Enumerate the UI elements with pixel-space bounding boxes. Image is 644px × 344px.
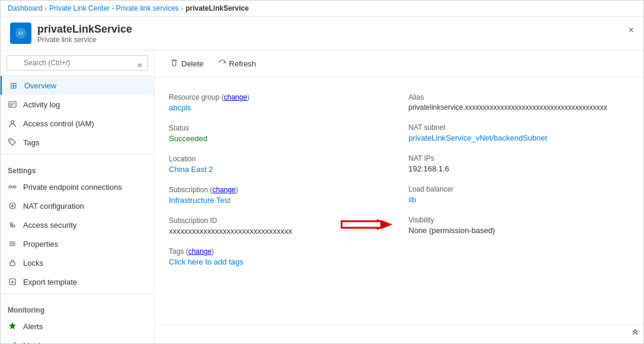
tags-add-link[interactable]: Click here to add tags [169,257,390,266]
breadcrumb-private-link-center[interactable]: Private Link Center - Private link servi… [49,4,179,12]
sidebar-item-locks[interactable]: Locks [1,253,154,272]
refresh-icon [218,59,226,69]
breadcrumb-dashboard[interactable]: Dashboard [8,4,43,12]
delete-button[interactable]: Delete [164,55,210,72]
alerts-icon [8,321,17,331]
sidebar-search-wrap: « [7,55,148,71]
alias-label: Alias [409,93,620,101]
monitoring-section-label: Monitoring [1,297,154,317]
sidebar-item-alerts[interactable]: Alerts [1,317,154,336]
search-input[interactable] [7,55,148,71]
sidebar-item-private-endpoint-label: Private endpoint connections [23,183,122,192]
visibility-value: None (permission-based) [409,226,620,235]
private-endpoint-icon [8,182,17,192]
sidebar-item-metrics-label: Metrics [23,341,48,344]
sidebar-item-tags-label: Tags [23,138,39,147]
status-label: Status [169,124,390,132]
nat-subnet-value: privateLinkService_vNet/backendSubnet [409,133,620,142]
svg-point-7 [10,140,11,141]
sidebar-item-export-template[interactable]: Export template [1,272,154,291]
sidebar-item-activity-log-label: Activity log [23,100,60,109]
properties-icon [8,239,17,249]
refresh-label: Refresh [229,59,257,68]
red-arrow-annotation [338,216,397,235]
sidebar-item-access-control[interactable]: Access control (IAM) [1,114,154,133]
breadcrumb-sep-2: › [181,5,183,12]
toolbar: Delete Refresh [155,50,643,78]
sidebar: « ⊞ Overview Activity log [1,50,155,343]
close-button[interactable]: × [626,23,636,38]
svg-point-6 [11,121,14,124]
status-value: Succeeded [169,134,390,143]
refresh-button[interactable]: Refresh [212,55,262,72]
tags-icon [8,138,17,147]
metrics-icon [8,340,17,343]
svg-point-9 [14,186,16,188]
svg-point-13 [12,225,15,227]
settings-divider [1,154,154,155]
details-area: Resource group (change) abcpls Status Su… [155,78,643,324]
detail-nat-subnet: NAT subnet privateLinkService_vNet/backe… [409,117,630,148]
sidebar-item-activity-log[interactable]: Activity log [1,95,154,114]
delete-label: Delete [181,59,204,68]
resource-type: Private link service [37,36,132,44]
sidebar-item-private-endpoint-connections[interactable]: Private endpoint connections [1,177,154,196]
svg-rect-18 [10,262,15,266]
nat-config-icon [8,201,17,211]
overview-icon: ⊞ [9,81,18,90]
sidebar-search-area: « [1,50,154,76]
subscription-label: Subscription (change) [169,186,390,194]
resource-title-group: privateLinkService Private link service [37,23,132,44]
svg-marker-27 [342,222,380,227]
access-control-icon [8,119,17,128]
subscription-value[interactable]: Infrastructure Test [169,196,390,205]
svg-rect-22 [14,342,15,343]
app-container: Dashboard › Private Link Center - Privat… [0,0,644,344]
details-right-column: Alias privatelinkservice.xxxxxxxxxxxxxxx… [399,87,630,272]
resource-icon [10,23,31,44]
settings-section-label: Settings [1,157,154,177]
sidebar-item-access-security[interactable]: Access security [1,215,154,234]
details-grid: Resource group (change) abcpls Status Su… [169,87,629,272]
detail-location: Location China East 2 [169,149,399,180]
sidebar-item-alerts-label: Alerts [23,322,43,331]
detail-alias: Alias privatelinkservice.xxxxxxxxxxxxxxx… [409,87,630,117]
subscription-change-link[interactable]: change [212,186,235,194]
delete-icon [170,59,178,69]
tags-change-link[interactable]: change [188,247,212,256]
sidebar-item-export-template-label: Export template [23,278,77,286]
detail-visibility: Visibility None (permission-based) [409,210,630,241]
location-label: Location [169,155,390,163]
detail-load-balancer: Load balancer ilb [409,179,630,210]
collapse-button[interactable] [630,329,640,340]
sidebar-item-overview[interactable]: ⊞ Overview [1,76,154,95]
sidebar-nav: ⊞ Overview Activity log Access control (… [1,76,154,343]
svg-point-14 [11,225,12,227]
sidebar-item-locks-label: Locks [23,259,43,267]
resource-name: privateLinkService [37,23,132,36]
nat-ips-label: NAT IPs [409,154,620,163]
sidebar-item-properties[interactable]: Properties [1,234,154,253]
details-footer [155,324,643,343]
sidebar-item-overview-label: Overview [24,81,56,90]
detail-status: Status Succeeded [169,118,399,149]
sidebar-item-tags[interactable]: Tags [1,133,154,152]
load-balancer-label: Load balancer [409,185,620,193]
resource-header: privateLinkService Private link service … [1,17,643,50]
breadcrumb: Dashboard › Private Link Center - Privat… [1,1,643,17]
load-balancer-value: ilb [409,195,620,204]
monitoring-divider [1,294,154,294]
export-template-icon [8,277,17,286]
svg-point-1 [20,32,22,34]
load-balancer-link[interactable]: ilb [409,195,416,204]
breadcrumb-sep-1: › [45,5,47,12]
sidebar-item-nat-configuration[interactable]: NAT configuration [1,196,154,215]
resource-group-change-link[interactable]: change [224,93,247,101]
resource-group-value[interactable]: abcpls [169,103,390,112]
tags-label: Tags (change) [169,247,390,256]
nat-subnet-link[interactable]: privateLinkService_vNet/backendSubnet [409,133,547,142]
nat-subnet-label: NAT subnet [409,123,620,132]
sidebar-collapse-button[interactable]: « [137,60,142,69]
detail-resource-group: Resource group (change) abcpls [169,87,399,118]
sidebar-item-metrics[interactable]: Metrics [1,336,154,343]
